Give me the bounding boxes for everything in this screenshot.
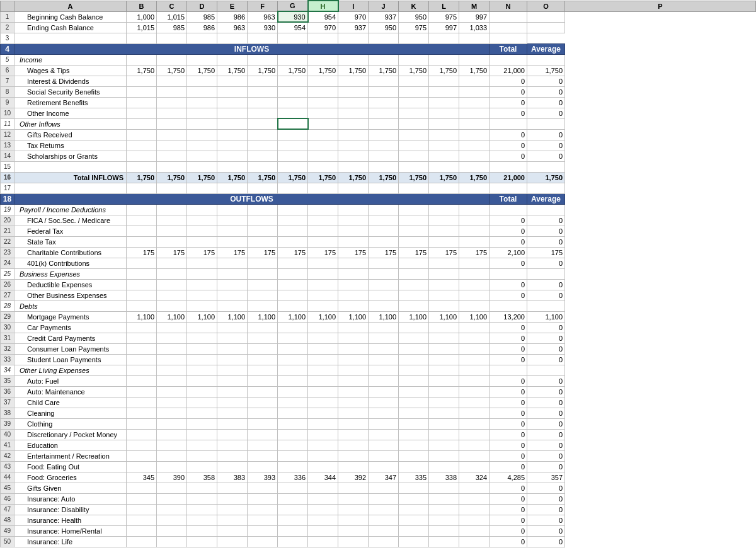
data-cell[interactable] (308, 300, 338, 311)
data-cell[interactable] (217, 461, 248, 472)
data-cell[interactable]: 1,000 (127, 11, 157, 22)
data-cell[interactable] (217, 343, 248, 354)
data-cell[interactable] (278, 461, 308, 472)
col-header-m[interactable]: M (459, 1, 490, 11)
data-cell[interactable] (308, 408, 338, 418)
data-cell[interactable] (369, 418, 399, 429)
data-cell[interactable] (157, 429, 187, 440)
data-cell[interactable] (187, 33, 217, 43)
data-cell[interactable]: 0 (527, 418, 565, 429)
data-cell[interactable] (187, 183, 217, 193)
data-cell[interactable] (338, 536, 369, 547)
data-cell[interactable]: 0 (490, 333, 527, 343)
data-cell[interactable] (157, 386, 187, 397)
data-cell[interactable]: 175 (338, 247, 369, 258)
data-cell[interactable] (187, 108, 217, 118)
data-cell[interactable] (278, 354, 308, 365)
data-cell[interactable] (157, 440, 187, 450)
data-cell[interactable] (338, 226, 369, 236)
data-cell[interactable]: 1,750 (399, 65, 429, 76)
data-cell[interactable] (217, 290, 248, 300)
data-cell[interactable] (527, 365, 565, 375)
data-cell[interactable] (527, 118, 565, 129)
data-cell[interactable] (459, 118, 490, 129)
data-cell[interactable] (308, 161, 338, 172)
data-cell[interactable] (459, 461, 490, 472)
data-cell[interactable]: 0 (527, 440, 565, 450)
data-cell[interactable] (369, 183, 399, 193)
data-cell[interactable] (127, 493, 157, 504)
data-cell[interactable] (248, 300, 278, 311)
data-cell[interactable] (429, 429, 459, 440)
data-cell[interactable]: 986 (187, 22, 217, 33)
data-cell[interactable]: 393 (248, 472, 278, 483)
data-cell[interactable] (399, 504, 429, 515)
data-cell[interactable] (369, 215, 399, 226)
data-cell[interactable]: 985 (187, 11, 217, 22)
data-cell[interactable] (369, 343, 399, 354)
data-cell[interactable] (338, 86, 369, 97)
col-header-p[interactable]: P (565, 1, 756, 11)
data-cell[interactable] (338, 418, 369, 429)
data-cell[interactable] (308, 525, 338, 536)
data-cell[interactable]: 986 (217, 11, 248, 22)
data-cell[interactable] (459, 258, 490, 268)
data-cell[interactable]: 175 (217, 247, 248, 258)
data-cell[interactable] (338, 343, 369, 354)
data-cell[interactable] (527, 11, 565, 22)
data-cell[interactable] (399, 536, 429, 547)
data-cell[interactable] (187, 151, 217, 161)
data-cell[interactable] (429, 204, 459, 215)
data-cell[interactable] (369, 525, 399, 536)
data-cell[interactable] (217, 183, 248, 193)
data-cell[interactable]: 0 (490, 151, 527, 161)
data-cell[interactable]: 392 (338, 472, 369, 483)
data-cell[interactable] (217, 418, 248, 429)
data-cell[interactable] (248, 33, 278, 43)
data-cell[interactable] (127, 365, 157, 375)
data-cell[interactable] (399, 54, 429, 65)
data-cell[interactable] (157, 54, 187, 65)
data-cell[interactable] (338, 461, 369, 472)
data-cell[interactable] (429, 140, 459, 151)
data-cell[interactable] (338, 151, 369, 161)
data-cell[interactable] (127, 375, 157, 386)
data-cell[interactable] (248, 365, 278, 375)
data-cell[interactable] (127, 450, 157, 461)
data-cell[interactable] (217, 504, 248, 515)
data-cell[interactable] (399, 236, 429, 247)
data-cell[interactable] (127, 129, 157, 140)
data-cell[interactable] (399, 151, 429, 161)
data-cell[interactable] (127, 118, 157, 129)
data-cell[interactable] (157, 397, 187, 408)
data-cell[interactable] (308, 483, 338, 493)
data-cell[interactable] (490, 183, 527, 193)
data-cell[interactable] (278, 375, 308, 386)
data-cell[interactable] (187, 54, 217, 65)
col-header-f[interactable]: F (248, 1, 278, 11)
data-cell[interactable] (399, 204, 429, 215)
data-cell[interactable] (157, 268, 187, 279)
data-cell[interactable]: 175 (459, 247, 490, 258)
data-cell[interactable] (459, 333, 490, 343)
data-cell[interactable]: 1,100 (338, 311, 369, 322)
data-cell[interactable] (369, 365, 399, 375)
data-cell[interactable] (399, 33, 429, 43)
data-cell[interactable] (308, 76, 338, 86)
data-cell[interactable] (459, 386, 490, 397)
data-cell[interactable]: 1,750 (399, 172, 429, 183)
data-cell[interactable] (217, 76, 248, 86)
col-header-h[interactable]: H (308, 1, 338, 11)
data-cell[interactable]: 1,750 (338, 65, 369, 76)
data-cell[interactable]: 21,000 (490, 65, 527, 76)
data-cell[interactable] (459, 290, 490, 300)
data-cell[interactable] (429, 118, 459, 129)
data-cell[interactable] (399, 215, 429, 226)
data-cell[interactable] (278, 386, 308, 397)
data-cell[interactable] (187, 483, 217, 493)
data-cell[interactable] (278, 140, 308, 151)
data-cell[interactable] (459, 365, 490, 375)
data-cell[interactable]: 0 (527, 322, 565, 333)
data-cell[interactable] (369, 408, 399, 418)
data-cell[interactable] (399, 354, 429, 365)
